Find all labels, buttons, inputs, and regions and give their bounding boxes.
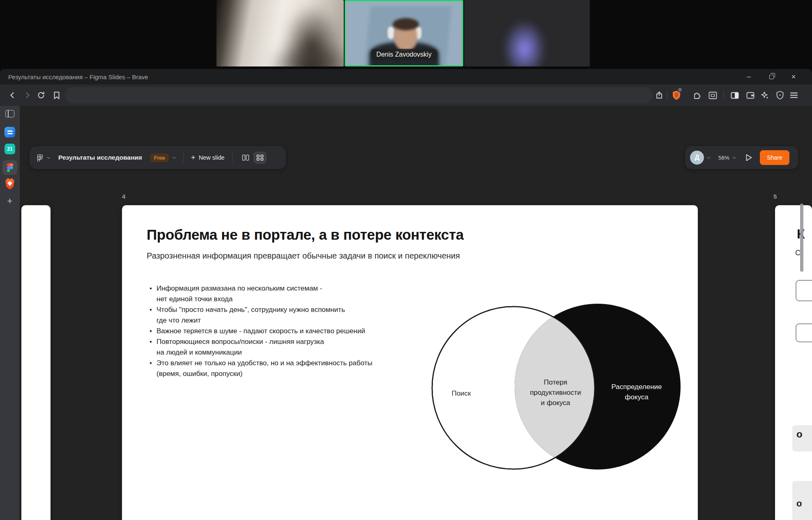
- zoom-level[interactable]: 56%: [718, 155, 729, 161]
- bullet-item: Информация размазана по нескольким систе…: [147, 283, 419, 305]
- bullet-item: Важное теряется в шуме - падают скорость…: [147, 326, 419, 337]
- sparkle-icon: [761, 91, 769, 99]
- slide-bullet-list: Информация размазана по нескольким систе…: [147, 283, 419, 379]
- canvas-scrollbar-thumb[interactable]: [800, 204, 803, 272]
- bullet-item: Это влияет не только на удобство, но и н…: [147, 358, 419, 379]
- sidebar-item-figma-active[interactable]: [2, 160, 17, 175]
- sidebar-item-calendar-app[interactable]: 21: [5, 144, 15, 154]
- grid-view-button[interactable]: [254, 152, 266, 163]
- extensions-button[interactable]: [690, 89, 704, 102]
- window-search-icon: [708, 92, 717, 99]
- back-icon: [11, 93, 14, 98]
- chevron-down-icon[interactable]: [47, 155, 50, 158]
- sidebar-item-brave[interactable]: [5, 178, 15, 190]
- venn-diagram: Поиск Потеря продуктивности и фокуса Рас…: [427, 296, 698, 477]
- forward-button[interactable]: [21, 89, 34, 102]
- present-button[interactable]: [745, 154, 752, 161]
- single-slide-view-button[interactable]: [240, 152, 251, 163]
- brave-sidebar: 21 +: [0, 106, 20, 520]
- leo-ai-button[interactable]: [758, 89, 771, 102]
- chevron-down-icon[interactable]: [173, 155, 176, 158]
- new-slide-button[interactable]: + New slide: [191, 154, 225, 161]
- window-titlebar: Результаты исследования – Figma Slides –…: [0, 69, 812, 85]
- share-page-button[interactable]: [653, 89, 666, 102]
- slide5-gray-block: о: [792, 481, 812, 520]
- slide5-card-outline: [796, 280, 812, 301]
- figma-icon: [2, 160, 17, 175]
- toolbar-separator: [723, 91, 724, 99]
- headphone-left: [388, 27, 394, 39]
- sidebar-panel-toggle[interactable]: [5, 110, 14, 117]
- back-button[interactable]: [6, 89, 19, 102]
- figma-toolbar-left: Результаты исследования Free + New slide: [30, 146, 286, 169]
- view-toggle-group: [240, 152, 266, 163]
- toolbar-separator: [667, 91, 667, 99]
- figma-toolbar-right: Д 56% Share: [685, 146, 798, 169]
- slide-5-number: 5: [773, 193, 777, 200]
- browser-toolbar: [0, 85, 812, 106]
- columns-view-icon: [242, 154, 249, 161]
- menu-button[interactable]: [787, 89, 800, 102]
- user-avatar[interactable]: Д: [690, 151, 704, 165]
- brave-shields-button[interactable]: [670, 89, 683, 102]
- sidebar-item-blue-app[interactable]: [5, 127, 15, 137]
- figma-logo-icon[interactable]: [37, 154, 43, 161]
- window-title: Результаты исследования – Figma Slides –…: [8, 73, 148, 80]
- close-button[interactable]: ×: [784, 69, 803, 85]
- shield-check-icon: [776, 91, 784, 100]
- sidebar-toggle-icon: [731, 92, 739, 99]
- wallet-icon: [746, 92, 754, 99]
- wallet-button[interactable]: [744, 89, 757, 102]
- forward-icon: [27, 93, 29, 98]
- figma-canvas[interactable]: Результаты исследования Free + New slide: [20, 106, 812, 520]
- divider: [183, 153, 184, 163]
- participant-hair: [393, 18, 419, 30]
- plan-badge: Free: [150, 153, 169, 162]
- avatar-blob: [496, 10, 553, 66]
- video-tile-participant-3[interactable]: [464, 0, 590, 66]
- slide5-card-outline: [796, 323, 812, 342]
- hamburger-icon: [790, 92, 798, 99]
- address-bar[interactable]: [65, 87, 653, 103]
- venn-center-label: Потеря продуктивности и фокуса: [522, 377, 589, 408]
- slide-3-partial[interactable]: [21, 205, 51, 520]
- participant-name-label: Denis Zavodovskiy: [370, 49, 437, 60]
- chevron-down-icon[interactable]: [732, 155, 736, 158]
- slide-4-number: 4: [122, 193, 125, 200]
- share-icon: [655, 91, 663, 99]
- document-title[interactable]: Результаты исследования: [58, 154, 142, 161]
- panel-icon: [5, 110, 14, 117]
- chevron-down-icon[interactable]: [707, 155, 710, 158]
- reload-button[interactable]: [35, 89, 48, 102]
- share-button[interactable]: Share: [760, 150, 789, 165]
- shields-badge: [677, 87, 683, 92]
- venn-right-label: Распределение фокуса: [601, 382, 672, 402]
- rewards-button[interactable]: [773, 89, 787, 102]
- bullet-item: Повторяющиеся вопросы/поиски - лишняя на…: [147, 337, 419, 358]
- sidebar-toggle-button[interactable]: [728, 89, 741, 102]
- slide-title: Проблема не в портале, а в потере контек…: [147, 227, 464, 243]
- calendar-app-icon: 21: [5, 144, 15, 154]
- venn-left-label: Поиск: [439, 388, 484, 399]
- slide-subtitle: Разрозненная информация превращает обычн…: [147, 251, 460, 261]
- slide-4[interactable]: Проблема не в портале, а в потере контек…: [122, 205, 698, 520]
- brave-lion-icon: [5, 178, 15, 190]
- bookmark-button[interactable]: [50, 89, 63, 102]
- restore-icon: [769, 75, 774, 79]
- divider: [232, 153, 232, 163]
- blue-app-icon: [5, 127, 15, 137]
- video-tile-participant-1[interactable]: [216, 0, 344, 66]
- restore-button[interactable]: [762, 69, 781, 85]
- slide-5-partial[interactable]: К С о о: [775, 205, 812, 520]
- slide5-gray-block: о: [792, 425, 812, 451]
- plus-icon: +: [191, 155, 196, 160]
- bullet-item: Чтобы "просто начать день", сотруднику н…: [147, 305, 419, 326]
- minimize-button[interactable]: –: [739, 69, 758, 85]
- search-tabs-button[interactable]: [706, 89, 719, 102]
- bookmark-icon: [55, 92, 59, 99]
- new-slide-label: New slide: [199, 154, 225, 161]
- sidebar-add-button[interactable]: +: [7, 197, 13, 205]
- video-tile-active-speaker[interactable]: Denis Zavodovskiy: [345, 0, 463, 66]
- screen: Denis Zavodovskiy Результаты исследовани…: [0, 0, 812, 520]
- extensions-puzzle-icon: [693, 91, 701, 99]
